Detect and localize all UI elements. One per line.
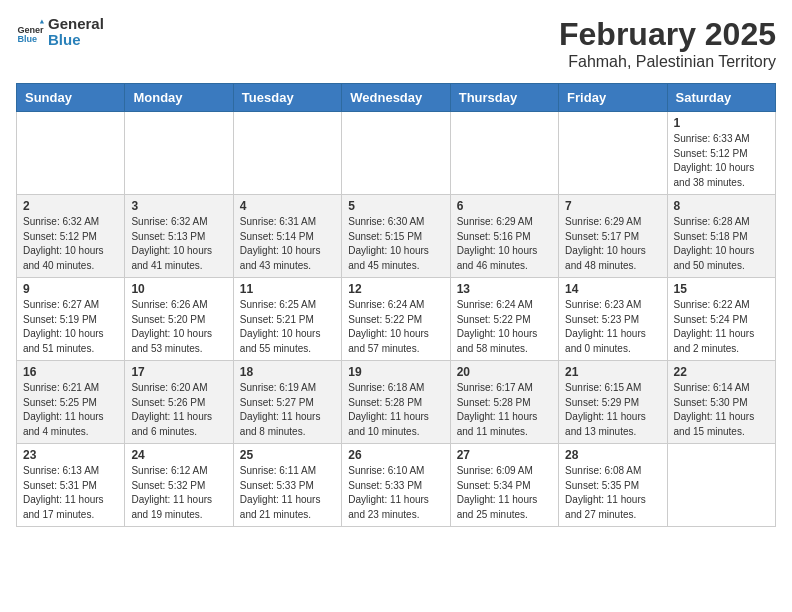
day-detail: Sunrise: 6:24 AM Sunset: 5:22 PM Dayligh… — [457, 298, 552, 356]
day-detail: Sunrise: 6:32 AM Sunset: 5:13 PM Dayligh… — [131, 215, 226, 273]
day-detail: Sunrise: 6:08 AM Sunset: 5:35 PM Dayligh… — [565, 464, 660, 522]
day-detail: Sunrise: 6:26 AM Sunset: 5:20 PM Dayligh… — [131, 298, 226, 356]
day-number: 24 — [131, 448, 226, 462]
calendar-cell: 23Sunrise: 6:13 AM Sunset: 5:31 PM Dayli… — [17, 444, 125, 527]
calendar-cell — [17, 112, 125, 195]
day-number: 2 — [23, 199, 118, 213]
day-number: 6 — [457, 199, 552, 213]
day-detail: Sunrise: 6:31 AM Sunset: 5:14 PM Dayligh… — [240, 215, 335, 273]
day-number: 8 — [674, 199, 769, 213]
calendar-cell: 6Sunrise: 6:29 AM Sunset: 5:16 PM Daylig… — [450, 195, 558, 278]
calendar-cell: 13Sunrise: 6:24 AM Sunset: 5:22 PM Dayli… — [450, 278, 558, 361]
calendar-week-row: 2Sunrise: 6:32 AM Sunset: 5:12 PM Daylig… — [17, 195, 776, 278]
day-detail: Sunrise: 6:29 AM Sunset: 5:17 PM Dayligh… — [565, 215, 660, 273]
day-number: 14 — [565, 282, 660, 296]
day-number: 17 — [131, 365, 226, 379]
day-detail: Sunrise: 6:33 AM Sunset: 5:12 PM Dayligh… — [674, 132, 769, 190]
calendar-week-row: 23Sunrise: 6:13 AM Sunset: 5:31 PM Dayli… — [17, 444, 776, 527]
day-detail: Sunrise: 6:23 AM Sunset: 5:23 PM Dayligh… — [565, 298, 660, 356]
day-number: 22 — [674, 365, 769, 379]
day-number: 27 — [457, 448, 552, 462]
day-detail: Sunrise: 6:25 AM Sunset: 5:21 PM Dayligh… — [240, 298, 335, 356]
calendar-week-row: 9Sunrise: 6:27 AM Sunset: 5:19 PM Daylig… — [17, 278, 776, 361]
day-number: 26 — [348, 448, 443, 462]
calendar-header-row: SundayMondayTuesdayWednesdayThursdayFrid… — [17, 84, 776, 112]
calendar-cell: 11Sunrise: 6:25 AM Sunset: 5:21 PM Dayli… — [233, 278, 341, 361]
calendar-cell: 9Sunrise: 6:27 AM Sunset: 5:19 PM Daylig… — [17, 278, 125, 361]
calendar-week-row: 1Sunrise: 6:33 AM Sunset: 5:12 PM Daylig… — [17, 112, 776, 195]
day-detail: Sunrise: 6:13 AM Sunset: 5:31 PM Dayligh… — [23, 464, 118, 522]
day-of-week-header: Tuesday — [233, 84, 341, 112]
day-number: 7 — [565, 199, 660, 213]
day-detail: Sunrise: 6:32 AM Sunset: 5:12 PM Dayligh… — [23, 215, 118, 273]
day-number: 1 — [674, 116, 769, 130]
day-detail: Sunrise: 6:19 AM Sunset: 5:27 PM Dayligh… — [240, 381, 335, 439]
day-detail: Sunrise: 6:29 AM Sunset: 5:16 PM Dayligh… — [457, 215, 552, 273]
day-of-week-header: Friday — [559, 84, 667, 112]
calendar-cell: 27Sunrise: 6:09 AM Sunset: 5:34 PM Dayli… — [450, 444, 558, 527]
calendar-cell: 5Sunrise: 6:30 AM Sunset: 5:15 PM Daylig… — [342, 195, 450, 278]
calendar-cell: 14Sunrise: 6:23 AM Sunset: 5:23 PM Dayli… — [559, 278, 667, 361]
day-number: 10 — [131, 282, 226, 296]
calendar-cell: 24Sunrise: 6:12 AM Sunset: 5:32 PM Dayli… — [125, 444, 233, 527]
day-of-week-header: Monday — [125, 84, 233, 112]
calendar-cell: 21Sunrise: 6:15 AM Sunset: 5:29 PM Dayli… — [559, 361, 667, 444]
calendar-cell: 25Sunrise: 6:11 AM Sunset: 5:33 PM Dayli… — [233, 444, 341, 527]
calendar-cell: 16Sunrise: 6:21 AM Sunset: 5:25 PM Dayli… — [17, 361, 125, 444]
calendar-cell — [125, 112, 233, 195]
day-detail: Sunrise: 6:24 AM Sunset: 5:22 PM Dayligh… — [348, 298, 443, 356]
logo-blue: Blue — [48, 31, 81, 48]
logo-icon: General Blue — [16, 18, 44, 46]
day-number: 21 — [565, 365, 660, 379]
main-title: February 2025 — [559, 16, 776, 53]
day-detail: Sunrise: 6:20 AM Sunset: 5:26 PM Dayligh… — [131, 381, 226, 439]
calendar-cell — [342, 112, 450, 195]
day-number: 11 — [240, 282, 335, 296]
day-detail: Sunrise: 6:09 AM Sunset: 5:34 PM Dayligh… — [457, 464, 552, 522]
calendar: SundayMondayTuesdayWednesdayThursdayFrid… — [16, 83, 776, 527]
calendar-cell: 26Sunrise: 6:10 AM Sunset: 5:33 PM Dayli… — [342, 444, 450, 527]
calendar-cell — [233, 112, 341, 195]
calendar-cell: 18Sunrise: 6:19 AM Sunset: 5:27 PM Dayli… — [233, 361, 341, 444]
day-detail: Sunrise: 6:18 AM Sunset: 5:28 PM Dayligh… — [348, 381, 443, 439]
day-number: 28 — [565, 448, 660, 462]
calendar-cell: 2Sunrise: 6:32 AM Sunset: 5:12 PM Daylig… — [17, 195, 125, 278]
day-detail: Sunrise: 6:12 AM Sunset: 5:32 PM Dayligh… — [131, 464, 226, 522]
svg-text:Blue: Blue — [17, 34, 37, 44]
calendar-cell — [667, 444, 775, 527]
calendar-week-row: 16Sunrise: 6:21 AM Sunset: 5:25 PM Dayli… — [17, 361, 776, 444]
day-of-week-header: Sunday — [17, 84, 125, 112]
day-number: 15 — [674, 282, 769, 296]
day-detail: Sunrise: 6:28 AM Sunset: 5:18 PM Dayligh… — [674, 215, 769, 273]
day-number: 9 — [23, 282, 118, 296]
logo: General Blue General Blue — [16, 16, 104, 48]
day-detail: Sunrise: 6:30 AM Sunset: 5:15 PM Dayligh… — [348, 215, 443, 273]
calendar-cell: 19Sunrise: 6:18 AM Sunset: 5:28 PM Dayli… — [342, 361, 450, 444]
day-detail: Sunrise: 6:14 AM Sunset: 5:30 PM Dayligh… — [674, 381, 769, 439]
calendar-cell: 8Sunrise: 6:28 AM Sunset: 5:18 PM Daylig… — [667, 195, 775, 278]
header: General Blue General Blue February 2025 … — [16, 16, 776, 71]
sub-title: Fahmah, Palestinian Territory — [559, 53, 776, 71]
calendar-cell: 15Sunrise: 6:22 AM Sunset: 5:24 PM Dayli… — [667, 278, 775, 361]
day-detail: Sunrise: 6:11 AM Sunset: 5:33 PM Dayligh… — [240, 464, 335, 522]
day-number: 3 — [131, 199, 226, 213]
day-detail: Sunrise: 6:21 AM Sunset: 5:25 PM Dayligh… — [23, 381, 118, 439]
title-area: February 2025 Fahmah, Palestinian Territ… — [559, 16, 776, 71]
day-number: 18 — [240, 365, 335, 379]
calendar-cell — [450, 112, 558, 195]
day-number: 25 — [240, 448, 335, 462]
calendar-cell: 22Sunrise: 6:14 AM Sunset: 5:30 PM Dayli… — [667, 361, 775, 444]
day-number: 4 — [240, 199, 335, 213]
calendar-cell: 3Sunrise: 6:32 AM Sunset: 5:13 PM Daylig… — [125, 195, 233, 278]
day-number: 19 — [348, 365, 443, 379]
day-number: 12 — [348, 282, 443, 296]
day-of-week-header: Wednesday — [342, 84, 450, 112]
day-of-week-header: Saturday — [667, 84, 775, 112]
day-detail: Sunrise: 6:15 AM Sunset: 5:29 PM Dayligh… — [565, 381, 660, 439]
calendar-cell: 12Sunrise: 6:24 AM Sunset: 5:22 PM Dayli… — [342, 278, 450, 361]
day-number: 5 — [348, 199, 443, 213]
calendar-cell: 10Sunrise: 6:26 AM Sunset: 5:20 PM Dayli… — [125, 278, 233, 361]
day-detail: Sunrise: 6:22 AM Sunset: 5:24 PM Dayligh… — [674, 298, 769, 356]
svg-marker-2 — [40, 19, 44, 23]
calendar-cell: 28Sunrise: 6:08 AM Sunset: 5:35 PM Dayli… — [559, 444, 667, 527]
